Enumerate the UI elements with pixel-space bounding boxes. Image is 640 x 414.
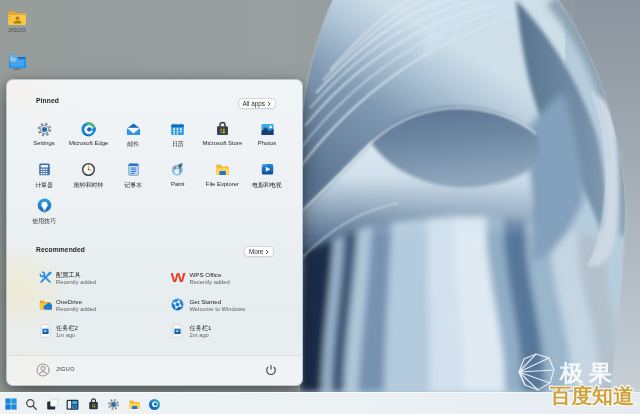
svg-text:百度知道: 百度知道: [550, 384, 635, 407]
svg-text:W: W: [171, 271, 186, 284]
